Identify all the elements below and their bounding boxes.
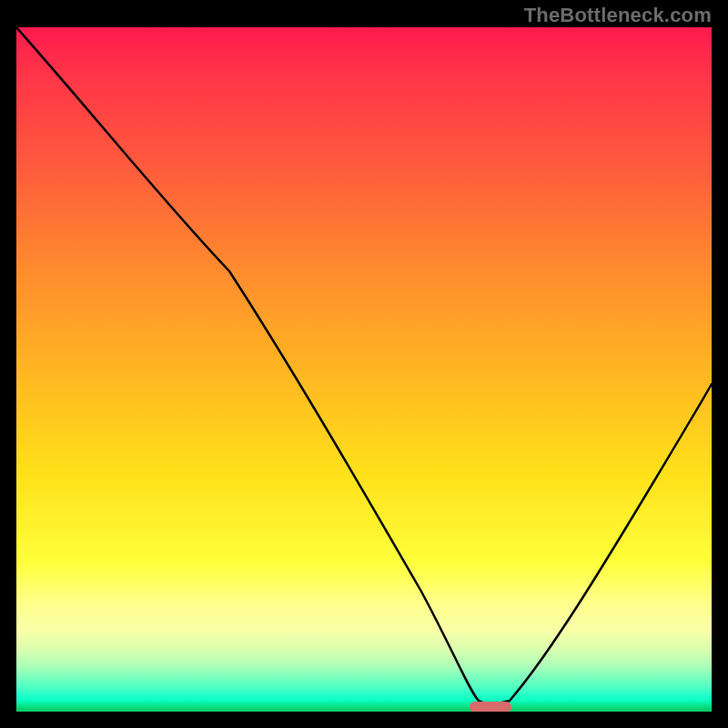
watermark-text: TheBottleneck.com [524,4,712,27]
plot-area [16,27,712,712]
optimal-marker [470,702,511,712]
chart-frame: TheBottleneck.com [0,0,728,728]
curve-path [16,27,712,703]
bottleneck-curve [16,27,712,712]
